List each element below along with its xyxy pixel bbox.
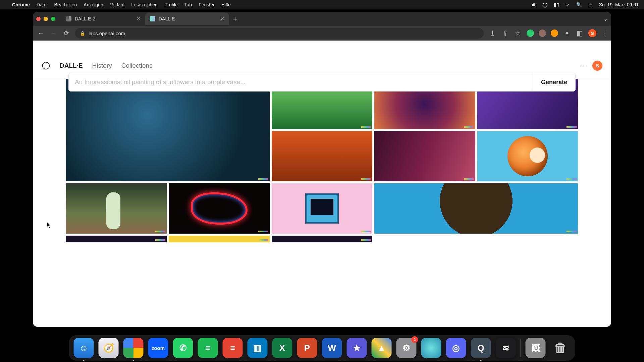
share-icon[interactable]: ⇪: [501, 29, 509, 37]
macos-menubar: Chrome Datei Bearbeiten Anzeigen Verlauf…: [0, 0, 644, 9]
dock-discord-icon[interactable]: ◎: [446, 338, 466, 358]
dock-preview-stack-icon[interactable]: 🖼: [526, 338, 546, 358]
sidepanel-icon[interactable]: ◧: [576, 29, 584, 37]
running-indicator-icon: [83, 360, 85, 361]
app-name[interactable]: Chrome: [12, 2, 30, 7]
gallery-tile[interactable]: [272, 183, 372, 234]
menu-bearbeiten[interactable]: Bearbeiten: [54, 2, 77, 7]
gallery-tile[interactable]: [169, 236, 269, 242]
loom-icon[interactable]: ◯: [542, 2, 548, 8]
menu-profile[interactable]: Profile: [164, 2, 178, 7]
menu-tab[interactable]: Tab: [184, 2, 192, 7]
prompt-input[interactable]: [69, 78, 533, 86]
menubar-datetime[interactable]: So. 19. März 09:01: [599, 2, 639, 7]
back-button[interactable]: ←: [37, 29, 45, 37]
forward-button[interactable]: →: [50, 29, 58, 37]
new-tab-button[interactable]: ＋: [232, 14, 238, 23]
gallery-tile[interactable]: [374, 183, 578, 234]
dock-powerpoint-icon[interactable]: P: [297, 338, 317, 358]
close-tab-icon[interactable]: ✕: [137, 16, 141, 21]
notification-badge: 1: [412, 336, 418, 343]
dock-quicktime-icon[interactable]: Q: [471, 338, 491, 358]
dock-spotify-icon[interactable]: ≡: [198, 338, 218, 358]
battery-icon[interactable]: ▮▯: [553, 2, 559, 8]
dock-excel-icon[interactable]: X: [272, 338, 292, 358]
tab-dalle-active[interactable]: DALL·E ✕: [145, 13, 229, 25]
bookmark-star-icon[interactable]: ☆: [514, 29, 522, 37]
dock-settings-icon[interactable]: ⚙1: [396, 338, 417, 358]
tab-overflow-button[interactable]: ⌄: [603, 16, 608, 22]
menu-anzeigen[interactable]: Anzeigen: [84, 2, 103, 7]
lock-icon: 🔒: [80, 31, 85, 36]
dock-trello-icon[interactable]: ▥: [248, 338, 268, 358]
extensions-puzzle-icon[interactable]: ✦: [563, 29, 571, 37]
gallery-tile[interactable]: [272, 236, 372, 242]
prompt-bar: Generate: [68, 73, 576, 92]
nav-collections[interactable]: Collections: [121, 62, 153, 69]
control-center-icon[interactable]: ⚌: [588, 2, 594, 8]
extension-orange-icon[interactable]: [551, 29, 558, 37]
zoom-window-button[interactable]: [51, 17, 55, 21]
gallery-tile[interactable]: [66, 236, 167, 242]
gallery-tile[interactable]: [66, 79, 270, 181]
favicon-icon: [66, 16, 71, 21]
menu-datei[interactable]: Datei: [37, 2, 48, 7]
dock-trash-icon[interactable]: 🗑: [550, 338, 571, 358]
gallery-tile[interactable]: [272, 131, 372, 181]
macos-dock: ☺🧭zoom✆≡≡▥XPW★▲⚙1◎Q≋🖼🗑: [69, 335, 575, 361]
menu-fenster[interactable]: Fenster: [199, 2, 214, 7]
gallery-tile[interactable]: [477, 131, 578, 181]
close-tab-icon[interactable]: ✕: [220, 16, 224, 21]
reload-button[interactable]: ⟳: [62, 29, 70, 37]
dock-separator: [521, 339, 521, 357]
dock-finder-icon[interactable]: ☺: [74, 338, 94, 358]
minimize-window-button[interactable]: [44, 17, 48, 21]
openai-logo-icon[interactable]: [42, 61, 50, 70]
extension-brown-icon[interactable]: [539, 29, 546, 37]
gallery-tile[interactable]: [66, 183, 167, 234]
profile-avatar[interactable]: S: [588, 29, 596, 37]
nav-brand[interactable]: DALL·E: [60, 62, 83, 69]
browser-toolbar: ← → ⟳ 🔒 labs.openai.com ⤓ ⇪ ☆ ✦ ◧ S ⋮: [33, 26, 611, 41]
window-controls: [36, 17, 55, 21]
tab-title: DALL·E 2: [75, 16, 95, 21]
favicon-icon: [150, 16, 155, 21]
url-text: labs.openai.com: [89, 31, 125, 36]
screen-record-icon[interactable]: ⏺: [531, 2, 537, 8]
running-indicator-icon: [133, 360, 134, 361]
chrome-menu-icon[interactable]: ⋮: [601, 29, 607, 37]
dock-siri-orb-icon[interactable]: [421, 338, 441, 358]
chrome-window: DALL·E 2 ✕ DALL·E ✕ ＋ ⌄ ← → ⟳ 🔒 labs.ope…: [33, 12, 611, 327]
generate-button[interactable]: Generate: [533, 73, 575, 91]
running-indicator-icon: [480, 360, 482, 361]
dock-zoom-icon[interactable]: zoom: [148, 338, 168, 358]
dock-imovie-icon[interactable]: ★: [347, 338, 367, 358]
wifi-icon[interactable]: ᯤ: [565, 2, 571, 8]
install-app-icon[interactable]: ⤓: [488, 29, 496, 37]
page-content: DALL·E History Collections ⋯ S: [33, 41, 611, 327]
dock-google-drive-icon[interactable]: ▲: [372, 338, 392, 358]
nav-history[interactable]: History: [92, 62, 112, 69]
more-menu-icon[interactable]: ⋯: [579, 62, 586, 70]
menu-hilfe[interactable]: Hilfe: [221, 2, 231, 7]
dock-voice-memos-icon[interactable]: ≋: [496, 338, 516, 358]
close-window-button[interactable]: [36, 17, 41, 21]
user-avatar[interactable]: S: [592, 61, 602, 71]
dock-todoist-icon[interactable]: ≡: [223, 338, 243, 358]
dock-whatsapp-icon[interactable]: ✆: [173, 338, 193, 358]
gallery-tile[interactable]: [374, 131, 475, 181]
tab-dalle2[interactable]: DALL·E 2 ✕: [61, 13, 145, 25]
tab-title: DALL·E: [159, 16, 175, 21]
spotlight-icon[interactable]: 🔍: [576, 2, 582, 8]
extension-shield-icon[interactable]: [527, 29, 534, 37]
dock-safari-icon[interactable]: 🧭: [99, 338, 119, 358]
tab-strip: DALL·E 2 ✕ DALL·E ✕ ＋ ⌄: [33, 12, 611, 26]
menu-lesezeichen[interactable]: Lesezeichen: [131, 2, 158, 7]
dock-word-icon[interactable]: W: [322, 338, 342, 358]
dock-chrome-icon[interactable]: [123, 338, 144, 358]
menu-verlauf[interactable]: Verlauf: [110, 2, 125, 7]
address-bar[interactable]: 🔒 labs.openai.com: [75, 28, 484, 39]
gallery-tile[interactable]: [169, 183, 269, 234]
